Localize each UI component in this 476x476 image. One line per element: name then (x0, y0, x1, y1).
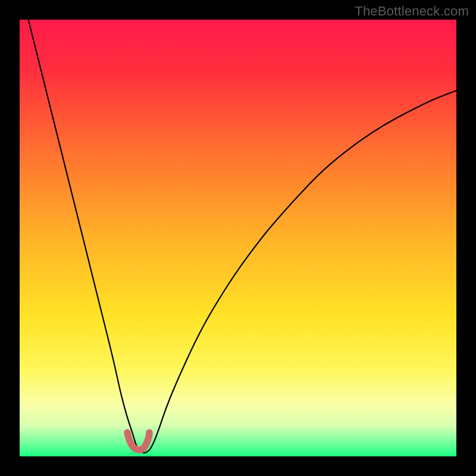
chart-svg (20, 20, 456, 456)
watermark-text: TheBottleneck.com (355, 4, 469, 19)
chart-frame: TheBottleneck.com (0, 0, 476, 476)
plot-area (20, 20, 456, 456)
trough-marker (127, 433, 149, 450)
bottleneck-curve (29, 20, 456, 453)
